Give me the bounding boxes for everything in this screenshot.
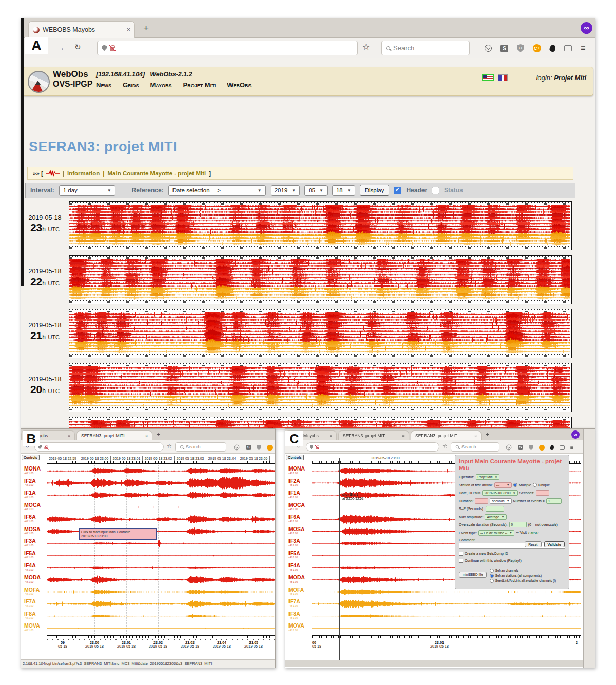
station-code[interactable]: MODA xyxy=(288,575,311,580)
seismogram-strip[interactable] xyxy=(69,417,572,428)
events-count-input[interactable]: 1 xyxy=(546,498,562,504)
seismogram-strip[interactable] xyxy=(69,309,572,358)
traces-canvas[interactable] xyxy=(47,465,276,634)
sefran-channels-radio[interactable] xyxy=(490,569,494,573)
max-amplitude-select[interactable]: Average▼ xyxy=(485,514,506,520)
seismogram-strip[interactable] xyxy=(69,255,572,304)
seismogram-strip[interactable] xyxy=(69,363,572,412)
reload-icon[interactable]: ↻ xyxy=(74,43,81,52)
address-bar[interactable] xyxy=(34,442,164,452)
station-code[interactable]: IF2A xyxy=(24,478,47,484)
station-code[interactable]: IF5A xyxy=(288,551,311,556)
miniseed-button[interactable]: miniSEED file xyxy=(459,572,487,578)
hamburger-menu-icon[interactable]: ≡ xyxy=(581,44,585,53)
search-box[interactable]: Search xyxy=(175,442,226,452)
tab-sefran3[interactable]: SEFRAN3: projet MITI × xyxy=(76,430,152,440)
bookmark-star-icon[interactable]: ☆ xyxy=(362,42,370,52)
controls-button[interactable]: Controls xyxy=(22,455,40,460)
container-extension-icon[interactable]: ∞ xyxy=(571,430,580,439)
screenshot-icon[interactable] xyxy=(564,45,572,51)
replay-checkbox[interactable] xyxy=(459,559,463,563)
extension-s-icon[interactable]: S xyxy=(246,445,251,450)
ublock-icon[interactable] xyxy=(529,445,533,451)
station-code[interactable]: MOVA xyxy=(288,623,311,629)
seconds-input[interactable] xyxy=(536,490,549,496)
bookmark-star-icon[interactable]: ☆ xyxy=(167,443,172,449)
clearurls-icon[interactable] xyxy=(539,445,545,451)
flag-fr-icon[interactable] xyxy=(498,74,508,81)
station-code[interactable]: IF1A xyxy=(288,490,311,496)
unique-radio[interactable] xyxy=(533,483,537,487)
station-code[interactable]: MONA xyxy=(24,466,47,472)
tracking-shield-icon[interactable] xyxy=(310,445,313,449)
station-code[interactable]: IF1A xyxy=(24,490,47,496)
seismogram-canvas[interactable] xyxy=(69,312,570,354)
bookmark-star-icon[interactable]: ☆ xyxy=(442,443,448,449)
display-button[interactable]: Display xyxy=(360,185,390,196)
seismogram-canvas[interactable] xyxy=(69,259,570,300)
station-code[interactable]: MONA xyxy=(288,466,311,472)
station-code[interactable]: IF3A xyxy=(288,538,311,544)
header-checkbox[interactable] xyxy=(394,187,401,194)
station-code[interactable]: IF3A xyxy=(24,538,47,544)
interval-select[interactable]: 1 day▼ xyxy=(59,185,116,196)
gnome-foot-icon[interactable] xyxy=(550,444,554,450)
station-code[interactable]: MOSA xyxy=(24,526,47,532)
menu-item[interactable]: News xyxy=(96,81,111,89)
extension-s-icon[interactable]: S xyxy=(500,45,508,52)
station-code[interactable]: MOSA xyxy=(288,526,311,532)
menu-item[interactable]: Mayobs xyxy=(150,81,172,89)
sp-input[interactable] xyxy=(486,506,504,512)
menu-item[interactable]: WebObs xyxy=(227,81,251,89)
station-code[interactable]: IF4A xyxy=(24,563,47,569)
emsc-link[interactable]: EMSC xyxy=(528,531,538,535)
station-code[interactable]: IF4A xyxy=(288,563,311,569)
seismogram-canvas[interactable] xyxy=(69,205,570,246)
pocket-icon[interactable] xyxy=(485,45,492,52)
seismogram-canvas[interactable] xyxy=(69,366,570,407)
day-select[interactable]: 18▼ xyxy=(332,185,355,196)
search-box[interactable]: Search xyxy=(381,41,470,55)
clearurls-icon[interactable] xyxy=(267,445,273,451)
station-code[interactable]: MODA xyxy=(24,575,47,580)
search-box[interactable]: Search xyxy=(451,442,499,452)
validate-button[interactable]: Validate xyxy=(544,541,565,547)
multiple-radio[interactable] xyxy=(513,483,517,487)
extension-s-icon[interactable]: S xyxy=(518,445,523,450)
tab-webobs-mayobs[interactable]: WEBOBS Mayobs × xyxy=(28,21,135,38)
webobs-logo[interactable] xyxy=(28,71,50,93)
forward-icon[interactable]: → xyxy=(57,43,65,52)
reset-button[interactable]: Reset xyxy=(525,541,541,547)
first-arrival-select[interactable]: ---▼ xyxy=(494,482,512,488)
menu-item[interactable]: Projet Miti xyxy=(183,81,216,89)
station-code[interactable]: MOFA xyxy=(288,587,311,593)
tab-close-icon[interactable]: × xyxy=(402,434,405,438)
pocket-icon[interactable] xyxy=(506,445,512,451)
information-link[interactable]: Information xyxy=(67,170,100,177)
clearurls-icon[interactable]: C+ xyxy=(533,44,541,52)
tab-close-icon[interactable]: × xyxy=(127,26,130,33)
insecure-lock-icon[interactable] xyxy=(44,447,47,449)
tab-sefran3-1[interactable]: SEFRAN3: projet MITI × xyxy=(338,430,409,440)
station-code[interactable]: IF8A xyxy=(24,611,47,617)
seedlink-radio[interactable] xyxy=(490,579,494,583)
screenshot-icon[interactable] xyxy=(560,445,565,450)
container-extension-icon[interactable]: ∞ xyxy=(581,22,592,34)
tab-close-icon[interactable]: × xyxy=(68,434,70,438)
pocket-icon[interactable] xyxy=(234,445,240,451)
operator-select[interactable]: Projet Miti▼ xyxy=(476,474,500,480)
flag-us-icon[interactable] xyxy=(482,74,494,81)
seismogram-icon[interactable] xyxy=(46,170,60,177)
station-code[interactable]: MOFA xyxy=(24,587,47,593)
date-select[interactable]: 2019-05-18 23:00▼ xyxy=(482,490,517,496)
station-code[interactable]: IF7A xyxy=(288,599,311,604)
tab-close-icon[interactable]: × xyxy=(474,434,477,438)
duration-unit-select[interactable]: seconds▼ xyxy=(490,498,511,504)
tracking-shield-icon[interactable] xyxy=(102,45,107,51)
new-tab-button[interactable]: + xyxy=(143,23,149,34)
start-input-tooltip[interactable]: Click to start input Main Courante 2019-… xyxy=(79,528,157,540)
ublock-icon[interactable]: U xyxy=(517,44,524,52)
station-code[interactable]: IF8A xyxy=(288,611,311,617)
tab-close-icon[interactable]: × xyxy=(145,434,148,438)
station-code[interactable]: IF7A xyxy=(24,599,47,604)
